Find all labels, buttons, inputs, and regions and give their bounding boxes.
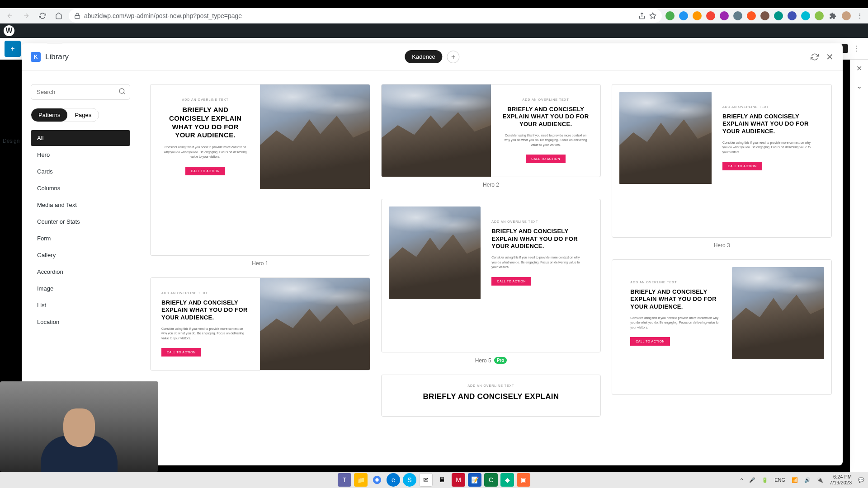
camtasia-icon[interactable]: C: [484, 473, 498, 487]
app-icon[interactable]: ▣: [517, 473, 530, 487]
app-icon[interactable]: ◆: [500, 473, 514, 487]
notepad-icon[interactable]: 📝: [468, 473, 481, 487]
close-panel-icon[interactable]: ✕: [856, 64, 862, 73]
hero-image: [260, 84, 369, 189]
back-button[interactable]: [4, 9, 16, 22]
ext-icon[interactable]: [774, 11, 783, 20]
cat-location[interactable]: Location: [31, 314, 130, 330]
add-block-button[interactable]: +: [5, 41, 21, 57]
volume-icon[interactable]: 🔊: [804, 477, 811, 483]
heading: BRIEFLY AND CONCISELY EXPLAIN WHAT YOU D…: [630, 288, 721, 310]
bookmark-icon[interactable]: [649, 12, 656, 19]
ext-icon[interactable]: [679, 11, 688, 20]
chrome-icon[interactable]: [370, 473, 384, 487]
wifi-icon[interactable]: 📶: [792, 477, 798, 483]
ext-icon[interactable]: [706, 11, 715, 20]
wp-admin-bar: W: [0, 23, 868, 38]
pattern-hero-4[interactable]: ADD AN OVERLINE TEXT BRIEFLY AND CONCISE…: [150, 277, 370, 371]
forward-button[interactable]: [20, 9, 33, 22]
explorer-icon[interactable]: 📁: [354, 473, 368, 487]
mic-icon[interactable]: 🎤: [749, 477, 755, 483]
overline: ADD AN OVERLINE TEXT: [630, 281, 721, 284]
wp-logo-icon[interactable]: W: [4, 25, 14, 36]
chevron-down-icon[interactable]: ⌄: [856, 82, 862, 90]
power-icon[interactable]: 🔌: [817, 477, 823, 483]
library-title: Library: [45, 52, 69, 61]
battery-icon[interactable]: 🔋: [762, 477, 768, 483]
cat-gallery[interactable]: Gallery: [31, 247, 130, 263]
side-design-label: Design: [3, 138, 19, 144]
ext-icon[interactable]: [693, 11, 702, 20]
settings-icon[interactable]: ⋮: [850, 44, 863, 53]
settings-panel: ✕ ⌄: [850, 60, 868, 472]
ext-icon[interactable]: [801, 11, 810, 20]
calculator-icon[interactable]: 🖩: [435, 473, 449, 487]
ext-icon[interactable]: [788, 11, 797, 20]
hero-image: [382, 84, 491, 177]
ext-icon[interactable]: [815, 11, 824, 20]
overline: ADD AN OVERLINE TEXT: [161, 98, 249, 101]
ext-icon[interactable]: [747, 11, 756, 20]
extension-icons: ⋮: [665, 11, 864, 20]
add-tab-button[interactable]: +: [447, 51, 460, 63]
filter-patterns[interactable]: Patterns: [31, 108, 67, 122]
ext-icon[interactable]: [665, 11, 675, 20]
menu-icon[interactable]: ⋮: [855, 11, 864, 20]
heading: BRIEFLY AND CONCISELY EXPLAIN WHAT YOU D…: [722, 113, 813, 135]
cta-button: CALL TO ACTION: [185, 167, 225, 175]
pattern-hero-3[interactable]: ADD AN OVERLINE TEXT BRIEFLY AND CONCISE…: [612, 84, 832, 249]
cat-accordion[interactable]: Accordion: [31, 264, 130, 280]
notifications-icon[interactable]: 💬: [858, 477, 864, 483]
address-bar[interactable]: abuzidwp.com/wp-admin/post-new.php?post_…: [69, 9, 662, 23]
search-input[interactable]: [31, 84, 130, 100]
cat-list[interactable]: List: [31, 297, 130, 313]
ext-icon[interactable]: [720, 11, 729, 20]
pattern-hero-6[interactable]: ADD AN OVERLINE TEXT BRIEFLY AND CONCISE…: [381, 375, 601, 416]
edge-icon[interactable]: e: [387, 473, 400, 487]
cta-button: CALL TO ACTION: [161, 348, 201, 357]
pattern-grid[interactable]: ADD AN OVERLINE TEXT BRIEFLY AND CONCISE…: [139, 70, 843, 465]
cat-form[interactable]: Form: [31, 230, 130, 246]
pro-badge: Pro: [494, 357, 507, 364]
search-icon[interactable]: [118, 88, 126, 97]
clock[interactable]: 6:24 PM 7/19/2023: [830, 474, 852, 486]
pattern-label: Hero 2: [483, 182, 499, 188]
cat-media-text[interactable]: Media and Text: [31, 197, 130, 213]
heading: BRIEFLY AND CONCISELY EXPLAIN WHAT YOU D…: [161, 106, 249, 140]
pattern-hero-2[interactable]: ADD AN OVERLINE TEXT BRIEFLY AND CONCISE…: [381, 84, 601, 188]
extensions-menu-icon[interactable]: [828, 11, 837, 20]
close-library-button[interactable]: ✕: [826, 52, 834, 62]
cta-button: CALL TO ACTION: [722, 162, 762, 170]
tab-kadence[interactable]: Kadence: [405, 50, 442, 63]
tray-chevron-icon[interactable]: ^: [741, 477, 743, 483]
skype-icon[interactable]: S: [403, 473, 416, 487]
ext-icon[interactable]: [733, 11, 742, 20]
desc: Consider using this if you need to provi…: [491, 255, 582, 270]
profile-avatar[interactable]: [842, 11, 851, 20]
refresh-icon[interactable]: [811, 53, 819, 61]
ext-icon[interactable]: [760, 11, 769, 20]
pattern-hero-1[interactable]: ADD AN OVERLINE TEXT BRIEFLY AND CONCISE…: [150, 84, 370, 267]
filter-tabs: Patterns Pages: [31, 108, 99, 122]
cat-hero[interactable]: Hero: [31, 147, 130, 163]
mcafee-icon[interactable]: M: [452, 473, 465, 487]
mail-icon[interactable]: ✉: [419, 473, 433, 487]
pattern-hero-5[interactable]: ADD AN OVERLINE TEXT BRIEFLY AND CONCISE…: [381, 199, 601, 364]
heading: BRIEFLY AND CONCISELY EXPLAIN WHAT YOU D…: [161, 299, 249, 321]
cat-columns[interactable]: Columns: [31, 180, 130, 196]
pattern-label: Hero 1: [252, 260, 268, 267]
lang-indicator[interactable]: ENG: [774, 477, 785, 483]
pattern-hero-partial[interactable]: ADD AN OVERLINE TEXT BRIEFLY AND CONCISE…: [612, 259, 832, 395]
cat-counter[interactable]: Counter or Stats: [31, 214, 130, 230]
cat-cards[interactable]: Cards: [31, 164, 130, 179]
hero-image: [732, 267, 824, 359]
cat-all[interactable]: All: [31, 130, 130, 146]
teams-icon[interactable]: T: [338, 473, 351, 487]
library-header: K Library Kadence + ✕: [22, 43, 843, 70]
share-icon[interactable]: [638, 12, 646, 19]
hero-image: [389, 206, 481, 299]
filter-pages[interactable]: Pages: [67, 108, 99, 122]
cat-image[interactable]: Image: [31, 281, 130, 296]
reload-button[interactable]: [36, 9, 49, 22]
home-button[interactable]: [52, 9, 65, 22]
